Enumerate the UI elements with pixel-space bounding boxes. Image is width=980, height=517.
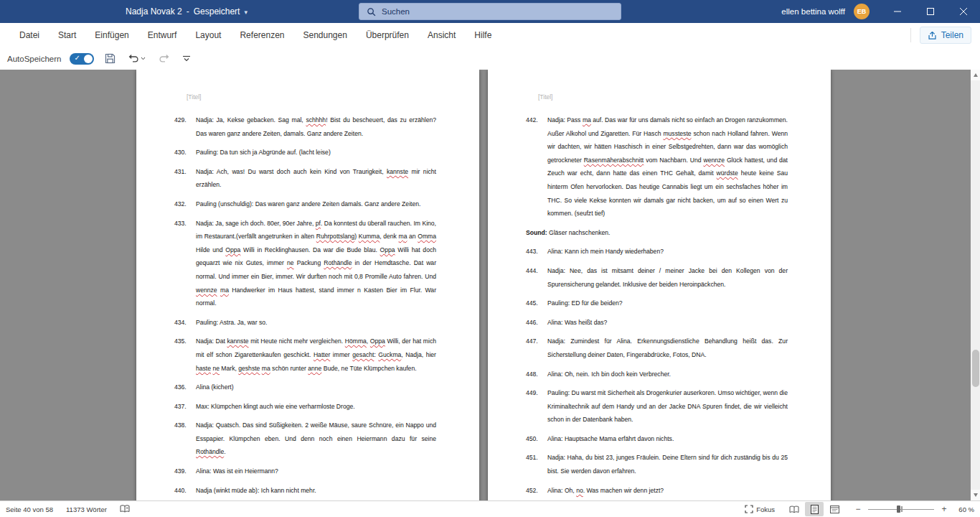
script-line-450[interactable]: 450.Alina: Hauptsache Mama erfährt davon… <box>526 432 788 446</box>
script-line-433[interactable]: 433.Nadja: Ja, sage ich doch. 80er, 90er… <box>174 217 436 310</box>
line-text: Alina: Hauptsache Mama erfährt davon nic… <box>547 432 788 446</box>
page-icon <box>811 505 819 514</box>
script-line-447[interactable]: 447.Nadja: Zumindest für Alina. Erkennun… <box>526 335 788 361</box>
script-line-451[interactable]: 451.Nadja: Haha, du bist 23, junges Fräu… <box>526 451 788 478</box>
tab-layout[interactable]: Layout <box>186 23 230 47</box>
script-line-430[interactable]: 430.Pauling: Da tun sich ja Abgründe auf… <box>174 146 436 159</box>
print-layout-button[interactable] <box>805 502 824 516</box>
line-number: 433. <box>174 217 196 310</box>
script-line-436[interactable]: 436.Alina (kichert) <box>174 381 436 394</box>
autosave-label: AutoSpeichern <box>7 55 61 63</box>
script-line-432[interactable]: 432.Pauling (unschuldig): Das waren ganz… <box>174 197 436 211</box>
undo-button[interactable] <box>126 52 148 65</box>
title-placeholder[interactable]: [Titel] <box>187 93 436 101</box>
script-line-446[interactable]: 446.Alina: Was heißt das? <box>526 316 788 330</box>
web-page-icon <box>830 506 839 513</box>
zoom-level[interactable]: 60 % <box>954 506 974 513</box>
redo-button[interactable] <box>156 52 171 65</box>
script-line-445[interactable]: 445.Pauling: ED für die beiden? <box>526 297 788 310</box>
script-line-435[interactable]: 435.Nadja: Dat kannste mit Heute nicht m… <box>174 335 436 375</box>
save-button[interactable] <box>103 52 118 65</box>
document-area: [Titel] 429.Nadja: Ja, Kekse gebacken. S… <box>0 70 980 500</box>
script-line-434[interactable]: 434.Pauling: Astra. Ja, war so. <box>174 316 436 330</box>
check-icon: ✓ <box>74 54 80 62</box>
tab-hilfe[interactable]: Hilfe <box>465 23 501 47</box>
tab-referenzen[interactable]: Referenzen <box>230 23 293 47</box>
customize-toolbar-button[interactable] <box>180 54 193 64</box>
script-line-431[interactable]: 431.Nadja: Ach, was! Du warst doch auch … <box>174 165 436 192</box>
script-line-439[interactable]: 439.Alina: Was ist ein Heiermann? <box>174 465 436 478</box>
proofing-status-button[interactable] <box>120 505 131 513</box>
chevron-down-icon[interactable]: ▾ <box>244 7 248 16</box>
script-line-438[interactable]: 438.Nadja: Quatsch. Das sind Süßigkeiten… <box>174 419 436 459</box>
search-box[interactable]: Suchen <box>359 3 621 20</box>
zoom-controls: − + 60 % <box>854 504 974 514</box>
tab-start[interactable]: Start <box>49 23 85 47</box>
line-number: 452. <box>526 484 547 498</box>
line-number: 436. <box>174 381 196 394</box>
script-line-449[interactable]: 449.Pauling: Du warst mit Sicherheit als… <box>526 386 788 427</box>
focus-mode-button[interactable]: Fokus <box>745 505 775 513</box>
line-text: Nadja: Ach, was! Du warst doch auch kein… <box>196 165 436 192</box>
zoom-out-button[interactable]: − <box>854 504 862 514</box>
close-button[interactable] <box>947 0 980 23</box>
script-line-437[interactable]: 437.Max: Klümpchen klingt auch wie eine … <box>174 400 436 414</box>
word-count[interactable]: 11373 Wörter <box>66 506 107 513</box>
script-line-440[interactable]: 440.Nadja (winkt müde ab): Ich kann nich… <box>174 484 436 498</box>
page-body: 442.Nadja: Pass ma auf. Das war für uns … <box>526 113 788 497</box>
maximize-button[interactable] <box>914 0 947 23</box>
page-indicator[interactable]: Seite 40 von 58 <box>6 506 53 513</box>
triangle-down-icon <box>974 493 978 497</box>
scroll-down-button[interactable] <box>971 490 980 500</box>
line-number: 439. <box>174 465 196 478</box>
view-switcher <box>785 502 844 516</box>
tab-ansicht[interactable]: Ansicht <box>418 23 465 47</box>
zoom-slider[interactable] <box>868 505 934 513</box>
tab-datei[interactable]: Datei <box>10 23 49 47</box>
script-line[interactable]: Sound: Gläser nachschenken. <box>526 226 788 240</box>
line-text: Nadja: Dat kannste mit Heute nicht mehr … <box>196 335 436 375</box>
line-text: Nadja: Ja, Kekse gebacken. Sag mal, schh… <box>196 113 436 140</box>
line-number: 451. <box>526 451 547 478</box>
page-41[interactable]: [Titel] 442.Nadja: Pass ma auf. Das war … <box>488 70 831 500</box>
divider <box>910 28 911 42</box>
share-icon <box>928 31 937 40</box>
share-button[interactable]: Teilen <box>920 27 971 44</box>
read-mode-button[interactable] <box>785 502 804 516</box>
title-bar: Nadja Novak 2 - Gespeichert ▾ Suchen ell… <box>0 0 980 23</box>
user-name[interactable]: ellen bettina wolff <box>781 7 845 16</box>
scrollbar-thumb[interactable] <box>972 350 979 387</box>
script-line-444[interactable]: 444.Nadja: Nee, das ist mitsamt deiner /… <box>526 264 788 291</box>
vertical-scrollbar[interactable] <box>971 70 980 500</box>
page-40[interactable]: [Titel] 429.Nadja: Ja, Kekse gebacken. S… <box>136 70 479 500</box>
zoom-in-button[interactable]: + <box>940 504 948 514</box>
line-text: Alina: Kann ich mein Handy wiederhaben? <box>547 245 788 258</box>
search-placeholder: Suchen <box>382 7 410 16</box>
document-title[interactable]: Nadja Novak 2 - Gespeichert ▾ <box>126 0 248 23</box>
zoom-thumb[interactable] <box>897 506 900 513</box>
title-placeholder[interactable]: [Titel] <box>538 93 788 101</box>
scroll-up-button[interactable] <box>971 70 980 80</box>
line-number: 449. <box>526 386 547 427</box>
avatar[interactable]: EB <box>854 4 870 19</box>
line-text: Nadja (winkt müde ab): Ich kann nicht me… <box>196 484 436 498</box>
toggle-knob <box>84 55 93 63</box>
script-line-442[interactable]: 442.Nadja: Pass ma auf. Das war für uns … <box>526 113 788 220</box>
status-bar: Seite 40 von 58 11373 Wörter Fokus − <box>0 500 980 517</box>
autosave-toggle[interactable]: ✓ <box>70 53 94 65</box>
tab-berprfen[interactable]: Überprüfen <box>357 23 418 47</box>
line-text: Pauling: ED für die beiden? <box>547 297 788 310</box>
title-separator: - <box>187 6 189 17</box>
tab-entwurf[interactable]: Entwurf <box>138 23 187 47</box>
script-line-429[interactable]: 429.Nadja: Ja, Kekse gebacken. Sag mal, … <box>174 113 436 140</box>
tab-sendungen[interactable]: Sendungen <box>294 23 357 47</box>
script-line-443[interactable]: 443.Alina: Kann ich mein Handy wiederhab… <box>526 245 788 258</box>
line-number: 437. <box>174 400 196 414</box>
tab-einfgen[interactable]: Einfügen <box>85 23 138 47</box>
quick-access-toolbar: AutoSpeichern ✓ <box>0 47 980 70</box>
web-layout-button[interactable] <box>825 502 844 516</box>
minimize-button[interactable] <box>881 0 914 23</box>
line-text: Pauling: Astra. Ja, war so. <box>196 316 436 330</box>
script-line-448[interactable]: 448.Alina: Oh, nein. Ich bin doch kein V… <box>526 368 788 381</box>
script-line-452[interactable]: 452.Alina: Oh, no. Was machen wir denn j… <box>526 484 788 498</box>
